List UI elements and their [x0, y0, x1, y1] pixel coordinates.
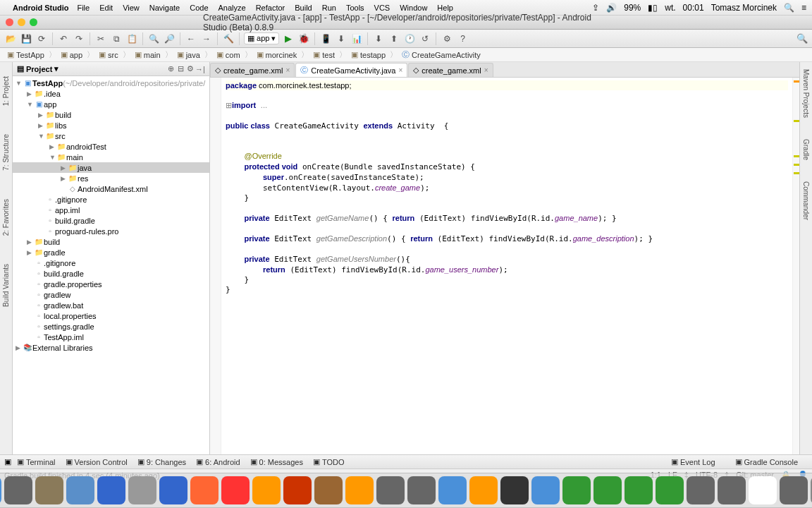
open-icon[interactable]: 📂 — [4, 32, 17, 45]
dock-app-icon[interactable] — [562, 476, 591, 504]
dock-app-icon[interactable] — [438, 476, 467, 504]
dock-app-icon[interactable] — [159, 476, 187, 504]
menu-help[interactable]: Help — [437, 4, 453, 12]
run-icon[interactable]: ▶ — [282, 32, 295, 45]
tree-item[interactable]: ▫local.properties — [13, 310, 209, 321]
dock-app-icon[interactable] — [718, 476, 746, 504]
collapse-all-icon[interactable]: ⊟ — [176, 64, 185, 73]
tool-event-log[interactable]: ▣Event Log — [671, 457, 715, 466]
tool-window-quick-icon[interactable]: ▣ — [4, 457, 11, 466]
tree-item[interactable]: ▶📁build — [13, 109, 209, 120]
tab-create-game-xml-1[interactable]: ◇create_game.xml× — [210, 63, 295, 77]
tree-item[interactable]: ▫gradlew.bat — [13, 300, 209, 310]
hide-panel-icon[interactable]: →| — [195, 65, 205, 73]
dock-app-icon[interactable] — [283, 476, 312, 504]
paste-icon[interactable]: 📋 — [125, 32, 138, 45]
crumb-project[interactable]: ▣TestApp — [4, 49, 47, 60]
dock-app-icon[interactable] — [66, 476, 94, 504]
menu-window[interactable]: Window — [400, 4, 427, 12]
dock-app-icon[interactable] — [190, 476, 219, 504]
tree-item[interactable]: ▼📁main — [13, 152, 209, 162]
dock-app-icon[interactable] — [345, 476, 374, 504]
tool-structure[interactable]: 7: Structure — [2, 134, 10, 171]
tool-favorites[interactable]: 2: Favorites — [2, 199, 10, 236]
tool-gradle-console[interactable]: ▣Gradle Console — [735, 457, 798, 466]
tool-build-variants[interactable]: Build Variants — [2, 264, 10, 307]
tree-item[interactable]: ▶📁libs — [13, 120, 209, 131]
tool-todo[interactable]: ▣TODO — [313, 457, 345, 466]
crumb-morcinek[interactable]: ▣morcinek — [254, 49, 300, 60]
tree-item[interactable]: ▶📁java — [13, 162, 209, 173]
warning-marker[interactable] — [794, 164, 799, 166]
dock-app-icon[interactable] — [35, 476, 63, 504]
dock-app-icon[interactable] — [593, 476, 622, 504]
run-config-select[interactable]: ▦ app ▾ — [244, 32, 279, 44]
ddms-icon[interactable]: 📊 — [350, 32, 363, 45]
menu-build[interactable]: Build — [295, 4, 312, 12]
dock-app-icon[interactable] — [314, 476, 343, 504]
menu-vcs[interactable]: VCS — [374, 4, 390, 12]
warning-marker[interactable] — [794, 120, 799, 122]
menu-edit[interactable]: Edit — [99, 4, 113, 12]
close-icon[interactable]: × — [398, 66, 402, 74]
window-close-button[interactable] — [6, 18, 13, 26]
make-icon[interactable]: 🔨 — [222, 32, 235, 45]
menu-analyze[interactable]: Analyze — [219, 4, 246, 12]
panel-settings-icon[interactable]: ⚙ — [185, 64, 195, 73]
tree-item[interactable]: ▶📁gradle — [13, 247, 209, 258]
vcs-commit-icon[interactable]: ⬆ — [388, 32, 400, 45]
tool-commander[interactable]: Commander — [802, 181, 810, 220]
find-icon[interactable]: 🔍 — [147, 32, 160, 45]
dock-app-icon[interactable] — [656, 476, 684, 504]
vcs-revert-icon[interactable]: ↺ — [419, 32, 431, 45]
tool-terminal[interactable]: ▣Terminal — [17, 457, 56, 466]
redo-icon[interactable]: ↷ — [73, 32, 85, 45]
dock-app-icon[interactable] — [687, 476, 715, 504]
crumb-test[interactable]: ▣test — [310, 49, 338, 60]
tree-item[interactable]: ◇AndroidManifest.xml — [13, 183, 209, 194]
vcs-update-icon[interactable]: ⬇ — [372, 32, 385, 45]
tree-item[interactable]: ▶📁build — [13, 236, 209, 247]
dock-app-icon[interactable] — [252, 476, 281, 504]
menu-refactor[interactable]: Refactor — [256, 4, 285, 12]
dock-app-icon[interactable] — [780, 476, 808, 504]
editor-gutter[interactable] — [210, 78, 221, 454]
scroll-from-source-icon[interactable]: ⊕ — [166, 64, 176, 73]
tool-changes[interactable]: ▣9: Changes — [137, 457, 186, 466]
forward-icon[interactable]: → — [200, 32, 213, 45]
tree-item[interactable]: ▫TestApp.iml — [13, 332, 209, 342]
tree-item[interactable]: ▫.gitignore — [13, 194, 209, 205]
dock-app-icon[interactable] — [128, 476, 156, 504]
menu-extras-icon[interactable]: ≡ — [801, 3, 806, 13]
tree-item[interactable]: ▫gradle.properties — [13, 279, 209, 289]
tab-create-game-activity[interactable]: ⒸCreateGameActivity.java× — [295, 63, 407, 77]
menu-tools[interactable]: Tools — [346, 4, 364, 12]
sync-icon[interactable]: ⟳ — [35, 32, 48, 45]
dock-app-icon[interactable] — [4, 476, 32, 504]
tree-item[interactable]: ▶📁.idea — [13, 88, 209, 99]
tool-maven[interactable]: Maven Projects — [802, 69, 810, 118]
wifi-icon[interactable]: ⇪ — [592, 3, 599, 13]
tool-vcs[interactable]: ▣Version Control — [66, 457, 128, 466]
debug-icon[interactable]: 🐞 — [297, 32, 310, 45]
crumb-testapp[interactable]: ▣testapp — [348, 49, 388, 60]
save-icon[interactable]: 💾 — [20, 32, 32, 45]
tree-item[interactable]: ▫build.gradle — [13, 215, 209, 226]
sdk-icon[interactable]: ⬇ — [335, 32, 347, 45]
close-icon[interactable]: × — [285, 66, 290, 74]
menu-navigate[interactable]: Navigate — [149, 4, 180, 12]
project-tree[interactable]: ▼▣TestApp (~/Developer/android/repositor… — [13, 76, 209, 454]
tree-root[interactable]: ▼▣TestApp (~/Developer/android/repositor… — [13, 78, 209, 88]
menu-file[interactable]: File — [77, 4, 90, 12]
code-editor[interactable]: package package com.morcinek.test.testap… — [221, 78, 792, 454]
crumb-java[interactable]: ▣java — [174, 49, 203, 60]
tool-android[interactable]: ▣6: Android — [196, 457, 240, 466]
vcs-history-icon[interactable]: 🕐 — [403, 32, 416, 45]
crumb-class[interactable]: ⒸCreateGameActivity — [399, 49, 484, 61]
tree-item[interactable]: ▶📚External Libraries — [13, 342, 209, 353]
warning-marker[interactable] — [794, 80, 799, 83]
close-icon[interactable]: × — [484, 66, 488, 74]
window-zoom-button[interactable] — [30, 18, 37, 26]
menu-code[interactable]: Code — [190, 4, 208, 12]
dock-app-icon[interactable] — [376, 476, 405, 504]
